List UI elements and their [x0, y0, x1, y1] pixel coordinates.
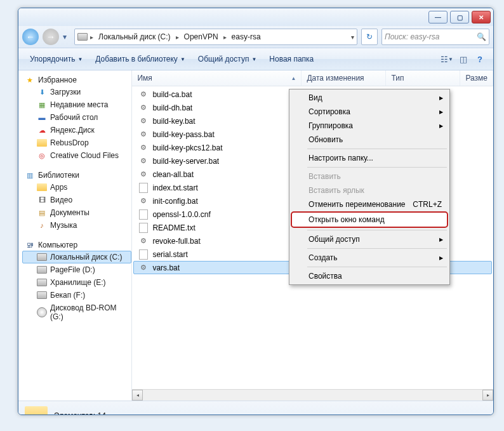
sidebar-item-bdrom[interactable]: Дисковод BD-ROM (G:)	[22, 302, 131, 323]
computer-header[interactable]: 🖳Компьютер	[22, 239, 131, 251]
libraries-header[interactable]: ▥Библиотеки	[22, 169, 131, 181]
folder-icon: ⬇	[37, 88, 47, 96]
ctx-customize[interactable]: Настроить папку...	[291, 151, 448, 165]
scroll-left-button[interactable]: ◂	[132, 390, 143, 401]
search-input[interactable]: Поиск: easy-rsa 🔍	[381, 29, 489, 45]
drive-icon	[77, 32, 88, 41]
status-bar: Элементов: 14	[18, 401, 493, 415]
toolbar: Упорядочить▼ Добавить в библиотеку▼ Общи…	[18, 48, 493, 70]
shortcut-label: CTRL+Z	[413, 200, 442, 209]
cloud-icon: ☁	[37, 126, 47, 135]
refresh-button[interactable]: ↻	[361, 29, 378, 45]
ctx-share[interactable]: Общий доступ	[291, 232, 448, 246]
batch-file-icon: ⚙	[138, 236, 149, 246]
batch-file-icon: ⚙	[138, 156, 149, 166]
sidebar-item-rebus[interactable]: RebusDrop	[22, 136, 131, 149]
file-name: clean-all.bat	[152, 170, 194, 179]
batch-file-icon: ⚙	[138, 116, 149, 126]
sidebar-item-recent[interactable]: ▦Недавние места	[22, 98, 131, 111]
ctx-refresh[interactable]: Обновить	[291, 133, 448, 147]
ctx-undo-rename[interactable]: Отменить переименованиеCTRL+Z	[291, 197, 448, 211]
separator	[307, 149, 447, 149]
separator	[307, 167, 447, 168]
sidebar-item-documents[interactable]: ▤Документы	[22, 206, 131, 219]
column-headers: Имя▲ Дата изменения Тип Разме	[132, 70, 493, 86]
drive-icon	[37, 278, 47, 287]
ctx-paste: Вставить	[291, 169, 448, 183]
file-name: README.txt	[152, 223, 195, 232]
sidebar-item-cc[interactable]: ◎Creative Cloud Files	[22, 149, 131, 162]
file-name: build-dh.bat	[152, 103, 192, 112]
sidebar-item-drive-c[interactable]: Локальный диск (C:)	[22, 251, 131, 263]
preview-pane-button[interactable]: ◫	[456, 52, 470, 66]
maximize-button[interactable]: ▢	[450, 11, 469, 23]
chevron-icon[interactable]: ▸	[176, 34, 179, 41]
column-size[interactable]: Разме	[460, 70, 493, 86]
library-icon: ▥	[25, 171, 35, 180]
minimize-button[interactable]: —	[428, 11, 448, 23]
batch-file-icon: ⚙	[138, 169, 149, 180]
sidebar-item-drive-d[interactable]: PageFile (D:)	[22, 263, 131, 276]
separator	[307, 267, 447, 267]
sidebar-item-apps[interactable]: Apps	[22, 181, 131, 194]
breadcrumb[interactable]: Локальный диск (C:)	[96, 31, 173, 43]
breadcrumb[interactable]: OpenVPN	[182, 31, 221, 43]
file-name: build-key-pkcs12.bat	[152, 143, 222, 152]
item-count: Элементов: 14	[54, 411, 106, 415]
star-icon: ★	[25, 76, 35, 84]
ctx-group[interactable]: Группировка	[291, 119, 448, 133]
file-name: build-ca.bat	[152, 90, 192, 99]
sidebar-item-drive-f[interactable]: Бекап (F:)	[22, 289, 131, 302]
sort-asc-icon: ▲	[291, 76, 296, 81]
column-name[interactable]: Имя▲	[132, 70, 302, 86]
sidebar-item-video[interactable]: 🎞Видео	[22, 194, 131, 206]
sidebar-item-music[interactable]: ♪Музыка	[22, 219, 131, 232]
column-date[interactable]: Дата изменения	[302, 70, 386, 86]
ctx-sort[interactable]: Сортировка	[291, 105, 448, 119]
history-dropdown[interactable]: ▾	[63, 32, 70, 41]
chevron-icon[interactable]: ▸	[90, 34, 93, 41]
computer-icon: 🖳	[25, 241, 35, 249]
horizontal-scrollbar[interactable]: ◂ ▸	[132, 389, 493, 401]
file-name: openssl-1.0.0.cnf	[152, 210, 210, 219]
desktop-icon: ▬	[37, 113, 47, 122]
search-placeholder: Поиск: easy-rsa	[385, 32, 439, 41]
search-icon: 🔍	[477, 32, 486, 41]
favorites-header[interactable]: ★Избранное	[22, 74, 131, 86]
scroll-track[interactable]	[143, 390, 482, 401]
ctx-create[interactable]: Создать	[291, 251, 448, 265]
ctx-open-command-window[interactable]: Открыть окно команд	[291, 211, 448, 228]
chevron-icon[interactable]: ▸	[223, 34, 227, 41]
column-type[interactable]: Тип	[386, 70, 460, 86]
text-file-icon	[138, 223, 149, 233]
ctx-properties[interactable]: Свойства	[291, 269, 448, 283]
separator	[307, 230, 447, 230]
scroll-right-button[interactable]: ▸	[482, 390, 493, 401]
file-name: vars.bat	[152, 263, 180, 272]
ctx-view[interactable]: Вид	[291, 91, 448, 105]
close-button[interactable]: ✕	[472, 11, 491, 23]
sidebar-item-drive-e[interactable]: Хранилище (E:)	[22, 276, 131, 289]
folder-icon	[37, 183, 47, 192]
batch-file-icon: ⚙	[138, 103, 149, 113]
share-button[interactable]: Общий доступ▼	[193, 52, 262, 66]
address-bar[interactable]: ▸ Локальный диск (C:) ▸ OpenVPN ▸ easy-r…	[74, 29, 357, 45]
file-name: build-key.bat	[152, 117, 195, 126]
help-button[interactable]: ?	[473, 52, 487, 66]
forward-button[interactable]: →	[43, 29, 59, 45]
drive-icon	[37, 291, 47, 300]
document-icon: ▤	[37, 208, 47, 217]
sidebar-item-desktop[interactable]: ▬Рабочий стол	[22, 111, 131, 124]
file-name: build-key-server.bat	[152, 157, 219, 166]
sidebar-item-downloads[interactable]: ⬇Загрузки	[22, 86, 131, 98]
disc-icon	[37, 308, 47, 317]
back-button[interactable]: ←	[22, 29, 39, 45]
new-folder-button[interactable]: Новая папка	[264, 52, 319, 66]
organize-button[interactable]: Упорядочить▼	[25, 52, 88, 66]
add-to-library-button[interactable]: Добавить в библиотеку▼	[90, 52, 190, 66]
chevron-down-icon[interactable]: ▾	[351, 34, 354, 41]
sidebar-item-yandex[interactable]: ☁Яндекс.Диск	[22, 124, 131, 136]
music-icon: ♪	[37, 221, 47, 230]
view-button[interactable]: ☷ ▼	[440, 52, 454, 66]
breadcrumb[interactable]: easy-rsa	[229, 31, 263, 43]
